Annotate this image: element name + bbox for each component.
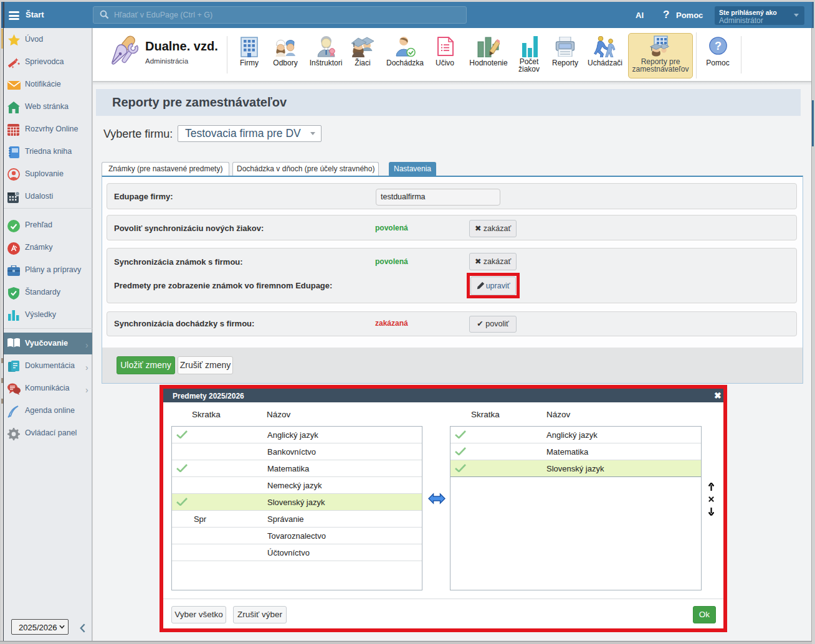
- svg-text:?: ?: [715, 40, 722, 52]
